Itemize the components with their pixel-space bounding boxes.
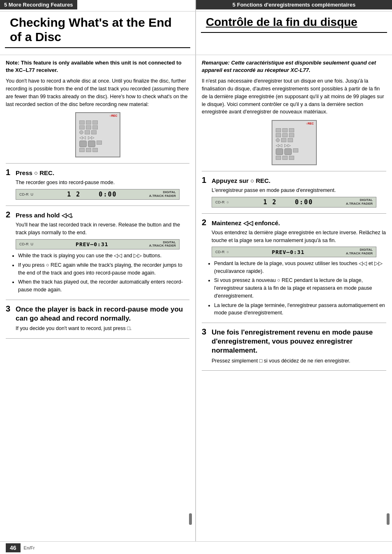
left-step-3: 3 Once the player is back in record-paus… [6,304,189,332]
left-display2-time: PREV–0:31 [37,241,147,247]
col-right: Remarque: Cette caractéristique est disp… [196,55,392,541]
divider-right-1 [202,171,386,171]
left-step2-title: Press and hold ◁◁. [16,211,73,219]
right-step-2: 2 Maintenez ◁◁ enfoncé. Vous entendrez l… [202,218,386,317]
right-step2-body: Vous entendrez la dernière plage enregis… [212,229,386,245]
right-display-2: CD-R ○ PREV–0:31 DIGITALA.TRACK FADER [212,247,376,257]
main-title-left: Checking What's at the End of a Disc [5,13,190,48]
left-step-1: 1 Press ○ REC. The recorder goes into re… [6,168,189,200]
left-display2-label: CD-R U [19,242,33,246]
divider-right-2 [202,213,386,214]
main-title-right: Contrôle de la fin du disque [201,13,387,33]
left-step1-body: The recorder goes into record-pause mode… [16,179,189,187]
section-tag-left: 5 More Recording Features [0,0,77,9]
left-bullet-2: If you press ○ REC again while the track… [18,261,189,277]
right-step3-title: Une fois l'enregistrement revenu en mode… [212,328,386,355]
page-number: 46 [6,543,21,552]
header-row: 5 More Recording Features 5 Fonctions d'… [0,0,392,12]
page-container: 5 More Recording Features 5 Fonctions d'… [0,0,392,554]
rec-label-left: ○REC [109,114,117,117]
divider-right-3 [202,323,386,323]
left-display1-time: 1 2 0:00 [37,191,147,198]
left-bullet-3: When the track has played out, the recor… [18,278,189,294]
left-step2-bullets: While the track is playing you can use t… [18,252,189,294]
left-display2-digital: DIGITALA.TRACK FADER [149,241,176,248]
right-display1-label: CD-R ○ [215,200,229,204]
left-step3-title: Once the player is back in record-pause … [16,305,189,323]
right-step3-body: Pressez simplement □ si vous décidez de … [212,357,386,365]
right-display-1: CD-R ○ 1 2 0:00 DIGITALA.TRACK FADER [212,197,376,208]
section-tag-right: 5 Fonctions d'enregistrements complément… [196,0,392,9]
right-step2-number: 2 [202,218,209,227]
page-lang: En/Fr [24,545,35,550]
left-step2-body: You'll hear the last recorded track in r… [16,221,189,237]
divider-left-2 [6,205,189,206]
right-body1: Il n'est pas nécessaire d'enregistrer to… [202,77,386,116]
right-step-3: 3 Une fois l'enregistrement revenu en mo… [202,327,386,365]
scroll-indicator-left [189,513,192,525]
right-display1-digital: DIGITALA.TRACK FADER [346,199,373,206]
content-row: Note: This feature is only available whe… [0,55,392,541]
divider-right-4 [202,370,386,371]
right-bullet-1: Pendant la lecture de la plage, vous pou… [214,260,386,275]
left-step1-number: 1 [6,168,13,177]
col-left: Note: This feature is only available whe… [0,55,196,541]
left-step1-title: Press ○ REC. [16,169,54,177]
right-display2-digital: DIGITALA.TRACK FADER [346,248,373,256]
left-step3-number: 3 [6,304,13,314]
right-display2-label: CD-R ○ [215,250,229,254]
left-display1-label: CD-R U [19,192,33,196]
rec-label-right: ○REC [306,122,314,125]
header-right: 5 Fonctions d'enregistrements complément… [196,0,392,11]
right-step-1: 1 Appuyez sur ○ REC. L'enregistreur pass… [202,175,386,208]
footer: 46 En/Fr [0,541,392,554]
left-step2-number: 2 [6,210,13,219]
divider-left-1 [6,163,189,164]
right-step1-body: L'enregistreur passe en mode pause d'enr… [212,187,386,194]
header-left: 5 More Recording Features [0,0,196,11]
divider-left-4 [6,338,189,339]
left-display-1: CD-R U 1 2 0:00 DIGITALA.TRACK FADER [16,189,180,200]
right-step1-title: Appuyez sur ○ REC. [212,177,270,185]
left-step3-body: If you decide you don't want to record, … [16,325,189,332]
right-note: Remarque: Cette caractéristique est disp… [202,59,386,74]
right-step2-bullets: Pendant la lecture de la plage, vous pou… [214,260,386,317]
right-display2-time: PREV–0:31 [233,249,344,255]
right-step3-number: 3 [202,327,209,337]
right-step2-title: Maintenez ◁◁ enfoncé. [212,219,280,227]
scroll-indicator-right [387,513,390,525]
right-bullet-2: Si vous pressez à nouveau ○ REC pendant … [214,277,386,300]
right-step1-number: 1 [202,175,209,185]
left-display-2: CD-R U PREV–0:31 DIGITALA.TRACK FADER [16,239,180,250]
right-bullet-3: La lecture de la plage terminée, l'enreg… [214,302,386,317]
left-display1-digital: DIGITALA.TRACK FADER [149,191,176,198]
left-step-2: 2 Press and hold ◁◁. You'll hear the las… [6,210,189,294]
left-body1: You don't have to record a whole disc at… [6,77,189,108]
left-note: Note: This feature is only available whe… [6,59,189,74]
right-display1-time: 1 2 0:00 [233,199,344,206]
divider-left-3 [6,300,189,300]
left-bullet-1: While the track is playing you can use t… [18,252,189,260]
